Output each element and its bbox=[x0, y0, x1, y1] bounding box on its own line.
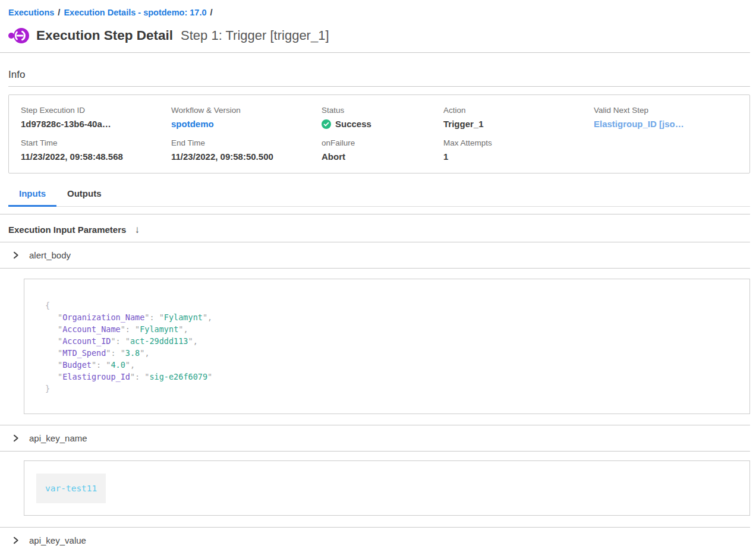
page-title: Execution Step Detail bbox=[36, 28, 173, 43]
json-entry: "Account_Name": "Fylamynt", bbox=[45, 323, 738, 335]
quote: " bbox=[125, 360, 130, 370]
field-label: onFailure bbox=[322, 138, 443, 147]
json-value: 4.0 bbox=[111, 360, 125, 370]
breadcrumb-separator: / bbox=[58, 8, 60, 17]
chevron-right-icon bbox=[12, 251, 20, 259]
api-key-name-value: var-test11 bbox=[36, 474, 106, 503]
section-name: alert_body bbox=[29, 250, 71, 260]
alert-body-json-viewer: { "Organization_Name": "Fylamynt", "Acco… bbox=[24, 279, 750, 414]
field-label: Status bbox=[322, 106, 443, 115]
quote: " bbox=[58, 313, 62, 322]
field-status: Status Success bbox=[322, 106, 443, 129]
quote: " bbox=[58, 336, 62, 346]
field-workflow-version: Workflow & Version spotdemo bbox=[171, 106, 322, 129]
field-onfailure: onFailure Abort bbox=[322, 138, 443, 162]
json-value: sig-e26f6079 bbox=[149, 372, 207, 381]
quote: " bbox=[188, 336, 193, 346]
section-header-api-key-name[interactable]: api_key_name bbox=[0, 425, 756, 451]
quote: " bbox=[130, 372, 135, 381]
colon: : bbox=[116, 336, 125, 346]
quote: " bbox=[58, 360, 62, 370]
tab-inputs[interactable]: Inputs bbox=[8, 188, 56, 207]
quote: " bbox=[58, 372, 62, 381]
quote: " bbox=[159, 313, 164, 322]
section-header-api-key-value[interactable]: api_key_value bbox=[0, 528, 756, 546]
field-value: 1 bbox=[443, 152, 594, 162]
brace: } bbox=[45, 384, 50, 393]
field-start-time: Start Time 11/23/2022, 09:58:48.568 bbox=[21, 138, 171, 162]
quote: " bbox=[125, 336, 130, 346]
breadcrumb-separator: / bbox=[210, 8, 213, 17]
params-heading: Execution Input Parameters bbox=[8, 225, 126, 235]
json-key: Organization_Name bbox=[62, 313, 144, 322]
colon: : bbox=[149, 313, 159, 322]
json-open-brace: { bbox=[45, 299, 738, 311]
json-value: act-29ddd113 bbox=[130, 336, 188, 346]
workflow-link[interactable]: spotdemo bbox=[171, 119, 322, 129]
json-close-brace: } bbox=[45, 383, 738, 394]
colon: : bbox=[125, 324, 135, 334]
comma: , bbox=[193, 336, 198, 346]
quote: " bbox=[135, 324, 140, 334]
info-grid: Step Execution ID 1d97828c-13b6-40a… Wor… bbox=[21, 106, 749, 162]
field-action: Action Trigger_1 bbox=[443, 106, 594, 129]
api-key-name-value-box: var-test11 bbox=[24, 460, 750, 516]
field-empty bbox=[594, 138, 749, 162]
field-label: Action bbox=[443, 106, 594, 115]
next-step-link[interactable]: Elastigroup_ID [jso… bbox=[594, 119, 749, 129]
field-value: 11/23/2022, 09:58:50.500 bbox=[171, 152, 322, 162]
json-key: Budget bbox=[62, 360, 92, 370]
status-badge: Success bbox=[322, 119, 443, 129]
section-name: api_key_name bbox=[29, 433, 87, 443]
download-arrow-icon[interactable]: ↓ bbox=[134, 225, 140, 235]
json-key: Account_ID bbox=[62, 336, 111, 346]
breadcrumb-link-executions[interactable]: Executions bbox=[8, 8, 54, 17]
divider bbox=[0, 451, 750, 452]
section-header-alert-body[interactable]: alert_body bbox=[0, 242, 756, 268]
info-card: Step Execution ID 1d97828c-13b6-40a… Wor… bbox=[8, 94, 750, 173]
json-entry: "MTD_Spend": "3.8", bbox=[45, 347, 738, 359]
field-label: Step Execution ID bbox=[21, 106, 171, 115]
quote: " bbox=[121, 348, 125, 358]
colon: : bbox=[96, 360, 106, 370]
json-entry: "Account_ID": "act-29ddd113", bbox=[45, 335, 738, 347]
quote: " bbox=[92, 360, 96, 370]
field-value: Abort bbox=[322, 152, 443, 162]
quote: " bbox=[58, 324, 62, 334]
field-label: Start Time bbox=[21, 138, 171, 147]
fylamynt-logo-icon bbox=[8, 27, 30, 45]
field-label: Workflow & Version bbox=[171, 106, 322, 115]
page-header: Execution Step Detail Step 1: Trigger [t… bbox=[8, 26, 756, 46]
tab-strip: Inputs Outputs bbox=[8, 188, 750, 207]
json-value: 3.8 bbox=[125, 348, 140, 358]
json-entry: "Budget": "4.0", bbox=[45, 359, 738, 371]
quote: " bbox=[58, 348, 62, 358]
breadcrumb: Executions/Execution Details - spotdemo:… bbox=[0, 0, 756, 17]
section-name: api_key_value bbox=[29, 535, 86, 545]
field-max-attempts: Max Attempts 1 bbox=[443, 138, 594, 162]
quote: " bbox=[207, 372, 212, 381]
field-step-execution-id: Step Execution ID 1d97828c-13b6-40a… bbox=[21, 106, 171, 129]
page-subtitle: Step 1: Trigger [trigger_1] bbox=[181, 28, 329, 43]
comma: , bbox=[207, 313, 212, 322]
execution-input-parameters-header: Execution Input Parameters ↓ bbox=[0, 214, 756, 242]
json-entry: "Organization_Name": "Fylamynt", bbox=[45, 311, 738, 323]
quote: " bbox=[203, 313, 207, 322]
quote: " bbox=[121, 324, 125, 334]
divider bbox=[8, 86, 750, 87]
chevron-right-icon bbox=[12, 434, 20, 442]
breadcrumb-link-execution-details[interactable]: Execution Details - spotdemo: 17.0 bbox=[64, 8, 206, 17]
divider bbox=[0, 268, 750, 269]
json-value: Fylamynt bbox=[140, 324, 178, 334]
success-check-icon bbox=[322, 119, 331, 129]
json-key: MTD_Spend bbox=[62, 348, 106, 358]
colon: : bbox=[111, 348, 120, 358]
field-label: Valid Next Step bbox=[594, 106, 749, 115]
info-section-heading: Info bbox=[8, 69, 756, 81]
brace: { bbox=[45, 301, 50, 310]
tab-outputs[interactable]: Outputs bbox=[56, 188, 112, 207]
field-value: 1d97828c-13b6-40a… bbox=[21, 119, 171, 129]
divider bbox=[0, 52, 750, 53]
json-value: Fylamynt bbox=[164, 313, 203, 322]
json-key: Account_Name bbox=[62, 324, 121, 334]
